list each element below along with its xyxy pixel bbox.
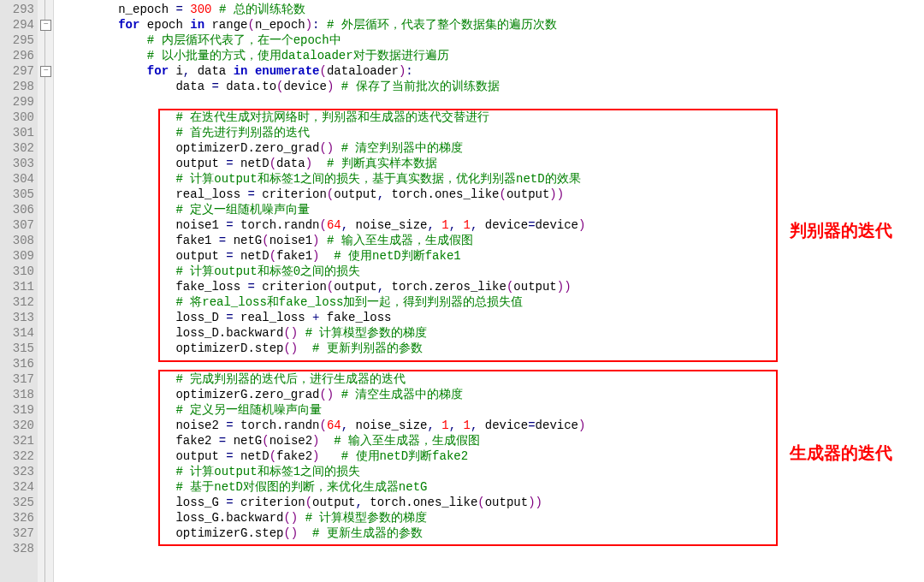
line-number: 310 bbox=[0, 264, 34, 279]
line-number: 314 bbox=[0, 325, 34, 341]
line-number: 296 bbox=[0, 48, 34, 63]
line-number-gutter: 2932942952962972982993003013023033043053… bbox=[0, 0, 38, 582]
line-number: 324 bbox=[0, 479, 34, 495]
fold-toggle[interactable]: − bbox=[40, 66, 51, 77]
line-number: 322 bbox=[0, 448, 34, 464]
line-number: 320 bbox=[0, 418, 34, 433]
fold-toggle[interactable]: − bbox=[40, 20, 51, 31]
line-number: 307 bbox=[0, 217, 34, 233]
line-number: 293 bbox=[0, 2, 34, 17]
line-number: 311 bbox=[0, 279, 34, 294]
line-number: 298 bbox=[0, 79, 34, 94]
line-number: 319 bbox=[0, 402, 34, 418]
line-number: 303 bbox=[0, 156, 34, 171]
code-area[interactable]: n_epoch = 300 # 总的训练轮数 for epoch in rang… bbox=[54, 0, 924, 582]
line-number: 315 bbox=[0, 341, 34, 356]
line-number: 300 bbox=[0, 110, 34, 125]
line-number: 297 bbox=[0, 63, 34, 79]
line-number: 309 bbox=[0, 248, 34, 264]
line-number: 318 bbox=[0, 387, 34, 402]
line-number: 326 bbox=[0, 510, 34, 526]
line-number: 312 bbox=[0, 294, 34, 310]
line-number: 325 bbox=[0, 495, 34, 510]
line-number: 304 bbox=[0, 171, 34, 187]
fold-column: −− bbox=[38, 0, 54, 582]
line-number: 323 bbox=[0, 464, 34, 479]
line-number: 301 bbox=[0, 125, 34, 140]
label-discriminator: 判别器的迭代 bbox=[790, 223, 892, 238]
label-generator: 生成器的迭代 bbox=[790, 445, 892, 460]
code-text[interactable]: n_epoch = 300 # 总的训练轮数 for epoch in rang… bbox=[54, 2, 924, 556]
line-number: 316 bbox=[0, 356, 34, 371]
line-number: 317 bbox=[0, 371, 34, 387]
line-number: 295 bbox=[0, 33, 34, 48]
line-number: 299 bbox=[0, 94, 34, 110]
line-number: 321 bbox=[0, 433, 34, 448]
line-number: 313 bbox=[0, 310, 34, 325]
line-number: 327 bbox=[0, 526, 34, 541]
line-number: 306 bbox=[0, 202, 34, 217]
line-number: 294 bbox=[0, 17, 34, 33]
line-number: 302 bbox=[0, 140, 34, 156]
code-editor: 2932942952962972982993003013023033043053… bbox=[0, 0, 924, 582]
line-number: 308 bbox=[0, 233, 34, 248]
line-number: 305 bbox=[0, 187, 34, 202]
fold-guide-line bbox=[44, 0, 45, 582]
line-number: 328 bbox=[0, 541, 34, 556]
